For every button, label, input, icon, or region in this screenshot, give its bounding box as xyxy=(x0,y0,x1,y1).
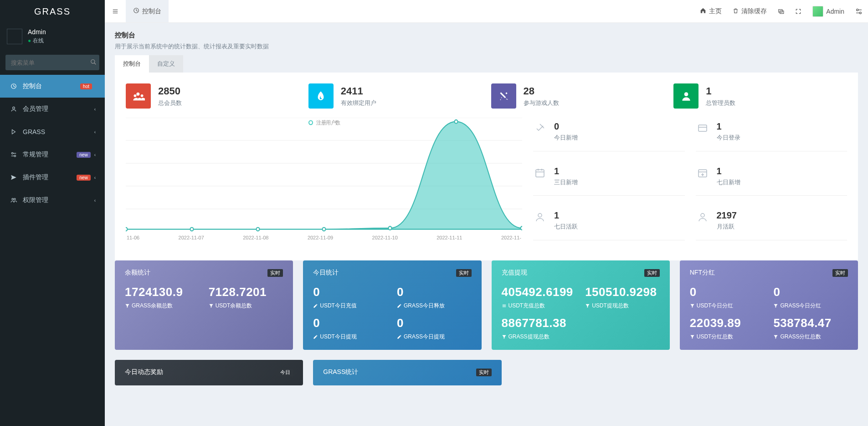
sidebar: GRASS Admin ● 在线 控制台 hot 会员管理 ‹ GRASS ‹ … xyxy=(0,0,105,426)
card-label: USDT今日分红 xyxy=(690,302,765,310)
user-name: Admin xyxy=(28,28,46,36)
summary-card: 今日动态奖励 今日 xyxy=(115,360,303,385)
chevron-left-icon: ‹ xyxy=(94,175,96,180)
chevron-left-icon: ‹ xyxy=(94,107,96,112)
realtime-chip: 实时 xyxy=(832,269,848,277)
mini-icon xyxy=(533,121,547,135)
logo[interactable]: GRASS xyxy=(0,0,105,23)
svg-point-27 xyxy=(257,228,260,231)
svg-point-14 xyxy=(857,9,858,10)
mini-icon xyxy=(533,210,547,224)
stat-tile: 2411 有效绑定用户 xyxy=(308,83,482,109)
tile-value: 2850 xyxy=(158,85,182,97)
nav-item-2[interactable]: GRASS ‹ xyxy=(0,120,105,143)
summary-cards: 余额统计 实时 1724130.9 GRASS余额总数 7128.7201 US… xyxy=(115,260,858,350)
nav-icon xyxy=(9,129,18,135)
card-value: 22039.89 xyxy=(690,316,765,330)
search-icon[interactable] xyxy=(87,59,99,67)
user-status: ● 在线 xyxy=(28,37,46,45)
language-button[interactable] xyxy=(772,0,790,22)
nav-badge: hot xyxy=(80,83,92,89)
tile-icon xyxy=(126,83,151,109)
nav-list: 控制台 hot 会员管理 ‹ GRASS ‹ 常规管理 new ‹ 插件管理 n… xyxy=(0,75,105,212)
topbar: 控制台 主页 清除缓存 Admin xyxy=(105,0,868,23)
svg-point-26 xyxy=(190,228,194,231)
card-label: GRASS余额总数 xyxy=(125,302,200,310)
nav-icon xyxy=(9,174,18,181)
svg-point-43 xyxy=(701,213,704,217)
card-label: GRASS今日分红 xyxy=(773,302,848,310)
stat-tile: 2850 总会员数 xyxy=(126,83,299,109)
tab-console[interactable]: 控制台 xyxy=(115,55,149,73)
registration-chart: 注册用户数 11-062022-11-072022-11-082022-11-0… xyxy=(126,118,522,240)
nav-item-3[interactable]: 常规管理 new ‹ xyxy=(0,143,105,166)
summary-cards-2: 今日动态奖励 今日 GRASS统计 实时 xyxy=(115,360,858,385)
summary-card: 余额统计 实时 1724130.9 GRASS余额总数 7128.7201 US… xyxy=(115,260,293,350)
tile-value: 2411 xyxy=(341,85,376,97)
nav-icon xyxy=(9,151,18,158)
chart-legend: 注册用户数 xyxy=(309,120,340,125)
tile-value: 28 xyxy=(524,85,559,97)
tile-label: 参与游戏人数 xyxy=(524,99,559,107)
svg-point-31 xyxy=(521,226,523,230)
avatar xyxy=(7,29,22,44)
tile-label: 总管理员数 xyxy=(706,99,735,107)
mini-stat: 1 七日活跃 xyxy=(533,207,685,240)
fullscreen-button[interactable] xyxy=(790,0,807,22)
tile-icon xyxy=(308,83,334,109)
page-title: 控制台 xyxy=(115,31,858,40)
nav-badge: new xyxy=(77,152,90,158)
mini-stat: 1 七日新增 xyxy=(696,162,847,196)
card-value: 538784.47 xyxy=(773,316,848,330)
card-label: USDT余额总数 xyxy=(209,302,283,310)
user-menu[interactable]: Admin xyxy=(807,0,850,22)
clear-cache-button[interactable]: 清除缓存 xyxy=(727,0,772,22)
svg-point-16 xyxy=(684,92,688,96)
nav-item-4[interactable]: 插件管理 new ‹ xyxy=(0,166,105,189)
menu-toggle-button[interactable] xyxy=(105,0,126,22)
page-subtitle: 用于展示当前系统中的统计数据、统计报表及重要实时数据 xyxy=(115,42,858,51)
mini-stat: 2197 月活跃 xyxy=(696,207,847,240)
svg-point-4 xyxy=(11,152,13,154)
svg-point-0 xyxy=(91,59,95,63)
summary-card: NFT分红 实时 0 USDT今日分红 0 GRASS今日分红 22039.89… xyxy=(680,260,858,350)
card-label: USDT今日充值 xyxy=(313,302,388,310)
tile-icon xyxy=(673,83,699,109)
settings-button[interactable] xyxy=(850,0,868,22)
stat-tile: 1 总管理员数 xyxy=(673,83,847,109)
tab-console[interactable]: 控制台 xyxy=(126,0,169,22)
stat-tile: 28 参与游戏人数 xyxy=(491,83,665,109)
content-tabs: 控制台 自定义 xyxy=(105,55,868,73)
page-header: 控制台 用于展示当前系统中的统计数据、统计报表及重要实时数据 xyxy=(105,23,868,55)
card-value: 1724130.9 xyxy=(125,285,200,299)
svg-point-23 xyxy=(309,121,313,125)
search-input[interactable] xyxy=(5,59,87,66)
stat-tiles: 2850 总会员数 2411 有效绑定用户 28 参与游戏人数 1 总管理员数 xyxy=(126,83,847,109)
realtime-chip: 实时 xyxy=(456,269,472,277)
tab-custom[interactable]: 自定义 xyxy=(149,55,183,73)
svg-rect-34 xyxy=(536,170,544,177)
chevron-left-icon: ‹ xyxy=(94,152,96,157)
home-link[interactable]: 主页 xyxy=(694,0,727,22)
chevron-left-icon: ‹ xyxy=(94,198,96,203)
chevron-left-icon: ‹ xyxy=(94,130,96,135)
nav-item-0[interactable]: 控制台 hot xyxy=(0,75,105,98)
card-label: GRASS今日释放 xyxy=(397,302,472,310)
card-label: GRASS提现总数 xyxy=(502,333,660,341)
svg-point-5 xyxy=(14,155,16,157)
mini-icon xyxy=(696,166,709,180)
mini-stat: 1 今日登录 xyxy=(696,118,847,151)
card-value: 7128.7201 xyxy=(209,285,283,299)
svg-point-25 xyxy=(126,228,128,231)
card-value: 150510.9298 xyxy=(585,285,660,299)
tile-label: 总会员数 xyxy=(158,99,182,107)
svg-point-6 xyxy=(12,198,14,200)
svg-point-42 xyxy=(538,213,542,217)
summary-card: 今日统计 实时 0 USDT今日充值 0 GRASS今日释放 0 USDT今日提… xyxy=(303,260,481,350)
card-value: 0 xyxy=(397,285,472,299)
svg-point-29 xyxy=(389,226,392,230)
nav-item-5[interactable]: 权限管理 ‹ xyxy=(0,189,105,212)
search-box[interactable] xyxy=(5,55,99,70)
card-value: 0 xyxy=(690,285,765,299)
nav-item-1[interactable]: 会员管理 ‹ xyxy=(0,98,105,120)
